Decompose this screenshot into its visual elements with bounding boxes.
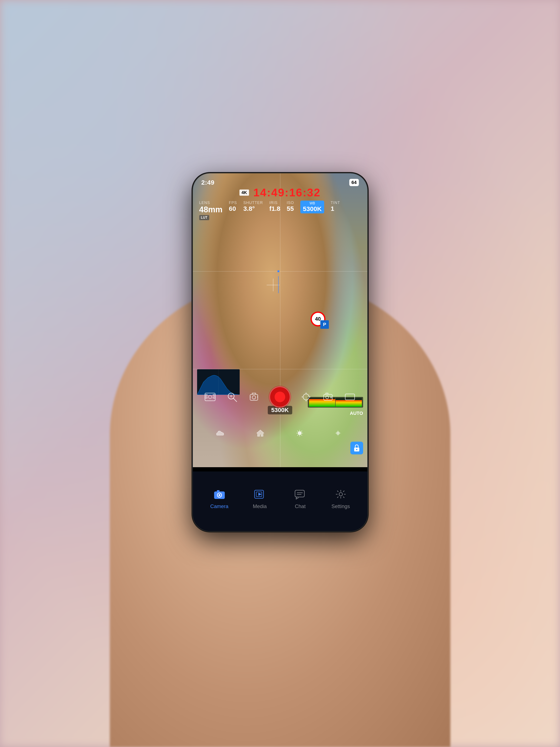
record-dot bbox=[274, 392, 285, 402]
nav-item-camera[interactable]: Camera bbox=[199, 487, 240, 509]
bottom-nav: Camera Media bbox=[193, 471, 367, 531]
effects-icon[interactable] bbox=[300, 390, 313, 403]
wb-param[interactable]: WB 5300K bbox=[300, 201, 324, 213]
svg-line-7 bbox=[297, 431, 298, 432]
fps-param[interactable]: FPS 60 bbox=[229, 201, 237, 212]
settings-nav-icon bbox=[333, 487, 348, 502]
svg-line-10 bbox=[297, 435, 298, 435]
iris-label: IRIS bbox=[269, 201, 277, 205]
svg-point-37 bbox=[219, 494, 220, 496]
status-bar: 2:49 64 bbox=[193, 173, 367, 188]
iso-value: 55 bbox=[287, 205, 294, 212]
status-time: 2:49 bbox=[202, 179, 215, 186]
shutter-value: 3.8° bbox=[243, 205, 255, 212]
iris-value: f1.8 bbox=[269, 205, 280, 212]
tint-value: 1 bbox=[330, 205, 334, 212]
lut-badge: LUT bbox=[199, 215, 209, 220]
fps-value: 60 bbox=[229, 205, 236, 212]
svg-rect-22 bbox=[213, 397, 215, 398]
svg-rect-28 bbox=[250, 394, 258, 400]
media-nav-icon bbox=[252, 487, 267, 502]
svg-point-44 bbox=[339, 492, 343, 496]
svg-line-8 bbox=[301, 435, 302, 435]
wb-cloud-icon[interactable] bbox=[216, 429, 226, 437]
svg-point-2 bbox=[298, 432, 301, 435]
svg-point-11 bbox=[337, 432, 340, 435]
zoom-icon[interactable] bbox=[225, 390, 238, 403]
focus-line bbox=[278, 276, 278, 293]
shutter-param[interactable]: SHUTTER 3.8° bbox=[243, 201, 263, 212]
lens-param[interactable]: LENS 48mm LUT bbox=[199, 201, 223, 220]
fps-label: FPS bbox=[229, 201, 237, 205]
wb-icons-row bbox=[193, 429, 367, 437]
wb-shade-icon[interactable] bbox=[334, 429, 344, 437]
parking-sign-decoration: P bbox=[320, 320, 329, 329]
tint-label: TINT bbox=[330, 201, 340, 205]
svg-line-25 bbox=[233, 398, 237, 402]
record-button[interactable] bbox=[269, 386, 291, 408]
svg-text:A: A bbox=[330, 396, 332, 399]
iso-label: ISO bbox=[287, 201, 294, 205]
nav-item-settings[interactable]: Settings bbox=[321, 487, 361, 509]
chat-nav-label: Chat bbox=[295, 504, 305, 509]
nav-item-chat[interactable]: Chat bbox=[280, 487, 321, 509]
iso-param[interactable]: ISO 55 bbox=[287, 201, 294, 212]
svg-point-29 bbox=[252, 396, 256, 399]
aspect-ratio-icon[interactable] bbox=[344, 390, 356, 403]
svg-rect-21 bbox=[213, 394, 215, 396]
shutter-label: SHUTTER bbox=[243, 201, 263, 205]
media-nav-label: Media bbox=[253, 504, 267, 509]
focus-crosshair bbox=[267, 279, 279, 291]
camera-viewfinder[interactable]: 40 P 4K 14:49:16:32 LENS 48mm LUT bbox=[193, 173, 367, 467]
wb-value: 5300K bbox=[303, 205, 322, 212]
wb-auto-button[interactable]: AUTO bbox=[350, 411, 363, 416]
svg-rect-19 bbox=[205, 394, 207, 396]
camera-mode-icon[interactable]: A bbox=[322, 390, 335, 403]
camera-params-row: LENS 48mm LUT FPS 60 SHUTTER 3.8° bbox=[197, 201, 363, 220]
lens-value: 48mm bbox=[199, 205, 223, 214]
flip-camera-icon[interactable] bbox=[247, 390, 260, 403]
wb-sun-icon[interactable] bbox=[294, 429, 305, 437]
camera-nav-label: Camera bbox=[210, 504, 229, 509]
svg-line-9 bbox=[301, 431, 302, 432]
svg-point-17 bbox=[356, 449, 357, 450]
phone-device: 2:49 64 bbox=[193, 173, 367, 531]
bottom-toolbar: A bbox=[193, 386, 367, 408]
camera-top-ui: 4K 14:49:16:32 LENS 48mm LUT FPS bbox=[193, 186, 367, 220]
svg-point-30 bbox=[303, 394, 309, 400]
tint-param[interactable]: TINT 1 bbox=[330, 201, 340, 212]
lens-label: LENS bbox=[199, 201, 210, 205]
resolution-badge[interactable]: 4K bbox=[239, 189, 249, 196]
svg-point-23 bbox=[208, 395, 212, 398]
chat-nav-icon bbox=[293, 487, 308, 502]
camera-nav-icon bbox=[212, 487, 227, 502]
iris-param[interactable]: IRIS f1.8 bbox=[269, 201, 280, 212]
svg-point-32 bbox=[326, 396, 329, 399]
settings-nav-label: Settings bbox=[331, 504, 350, 509]
nav-item-media[interactable]: Media bbox=[240, 487, 280, 509]
phone-screen: 2:49 64 bbox=[193, 173, 367, 531]
svg-rect-34 bbox=[345, 394, 355, 400]
wb-indoor-icon[interactable] bbox=[255, 429, 266, 437]
status-battery: 64 bbox=[349, 179, 358, 186]
svg-rect-20 bbox=[205, 397, 207, 398]
wb-label: WB bbox=[310, 202, 315, 205]
lock-button[interactable] bbox=[350, 442, 363, 455]
svg-marker-40 bbox=[258, 493, 262, 496]
svg-rect-41 bbox=[295, 490, 304, 497]
film-roll-icon[interactable] bbox=[204, 390, 216, 403]
